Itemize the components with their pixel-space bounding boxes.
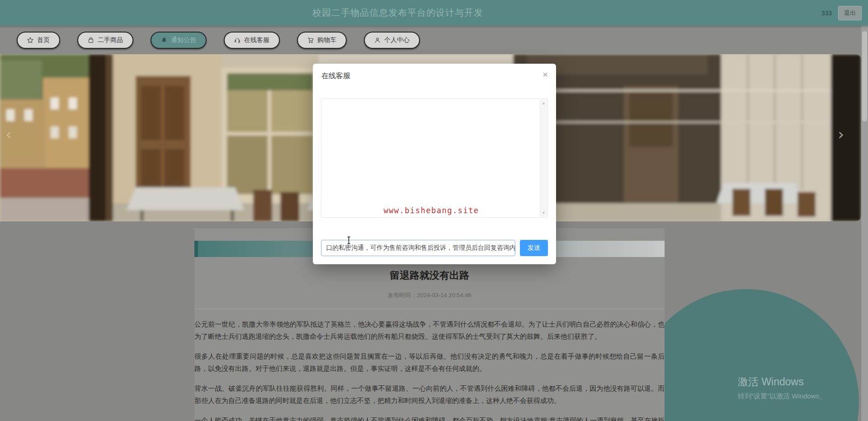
logout-button[interactable]: 退出 <box>838 6 862 20</box>
bag-icon <box>88 37 94 43</box>
carousel-next-arrow[interactable]: › <box>838 126 844 142</box>
decorative-circle <box>633 289 859 421</box>
chat-dialog-title: 在线客服 <box>321 71 350 81</box>
site-watermark: www.bishebang.site <box>321 206 541 215</box>
nav-item-label: 个人中心 <box>384 36 410 44</box>
nav-item-notices[interactable]: 通知公告 <box>151 32 207 49</box>
article-paragraph: 一个人能否成功，关键在于他意志力的强弱。意志坚强的人不管遇到什么困难和障碍，都会… <box>194 414 665 421</box>
nav-item-profile[interactable]: 个人中心 <box>364 32 420 49</box>
close-icon[interactable]: × <box>542 70 548 79</box>
nav-item-label: 二手商品 <box>98 36 123 44</box>
chat-input-row: 口的私密沟通，可作为售前咨询和售后投诉，管理员后台回复咨询内容！| 发送 <box>321 240 548 256</box>
header-actions: 333 退出 <box>821 0 862 26</box>
page-title: 校园二手物品信息发布平台的设计与开发 <box>0 0 796 26</box>
nav-item-goods[interactable]: 二手商品 <box>77 32 133 49</box>
nav-item-cart[interactable]: 购物车 <box>297 32 347 49</box>
headset-icon <box>234 37 241 43</box>
star-icon <box>27 37 33 43</box>
cart-icon <box>307 37 314 43</box>
article-publish-time: 发布时间：2024-03-14 20:54:46 <box>194 291 665 299</box>
article-paragraph: 背水一战、破釜沉舟的军队往往能获得胜利。同样，一个做事不留退路、一心向前的人，不… <box>194 382 665 407</box>
chat-dialog: 在线客服 × ▲ ▼ www.bishebang.site 口的私密沟通，可作为… <box>313 64 556 264</box>
article-paragraph: 很多人在处理重要问题的时候，总是喜欢把这些问题暂且搁置在一边，等以后再做。他们没… <box>194 350 665 374</box>
scroll-up-icon[interactable]: ▲ <box>540 101 547 105</box>
chat-message-input[interactable]: 口的私密沟通，可作为售前咨询和售后投诉，管理员后台回复咨询内容！| <box>321 240 515 256</box>
chat-input-text: 口的私密沟通，可作为售前咨询和售后投诉，管理员后台回复咨询内容！ <box>326 244 515 252</box>
page-scrollbar[interactable] <box>861 26 868 421</box>
nav-item-home[interactable]: 首页 <box>17 32 60 49</box>
article-paragraph: 公元前一世纪，凯撒大帝率领他的军队抵达了英格兰，他决心要赢得这场战争，不管遇到什… <box>194 318 665 342</box>
user-badge: 333 <box>821 9 832 17</box>
send-button[interactable]: 发送 <box>520 240 548 256</box>
chat-message-area: ▲ ▼ www.bishebang.site <box>321 98 548 218</box>
bell-icon <box>161 37 167 43</box>
user-icon <box>374 37 381 43</box>
scroll-down-icon[interactable]: ▼ <box>540 211 547 215</box>
chat-scrollbar[interactable]: ▲ ▼ <box>540 99 547 217</box>
nav-item-label: 首页 <box>37 36 50 44</box>
article-title: 留退路就没有出路 <box>194 269 665 282</box>
article-body: 公元前一世纪，凯撒大帝率领他的军队抵达了英格兰，他决心要赢得这场战争，不管遇到什… <box>194 318 665 421</box>
app-screen: 激活 Windows 转到“设置”以激活 Windows。 校园二手物品信息发布… <box>0 0 868 421</box>
article-divider <box>194 309 665 309</box>
carousel-prev-arrow[interactable]: ‹ <box>5 126 12 142</box>
page-scrollbar-thumb[interactable] <box>862 31 867 122</box>
app-header: 校园二手物品信息发布平台的设计与开发 333 退出 <box>0 0 868 26</box>
nav-item-label: 在线客服 <box>244 36 269 44</box>
nav-item-service[interactable]: 在线客服 <box>224 32 280 49</box>
main-nav: 首页 二手商品 通知公告 在线客服 购物车 个人中心 <box>0 26 868 54</box>
nav-item-label: 购物车 <box>317 36 336 44</box>
nav-item-label: 通知公告 <box>171 36 196 44</box>
